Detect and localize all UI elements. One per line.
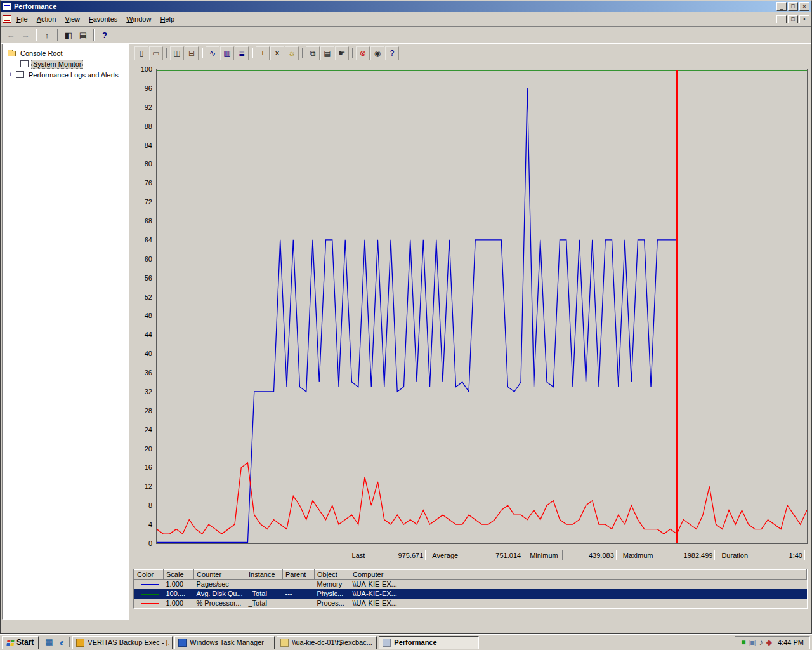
tree-item-console-root[interactable]: Console Root [4, 48, 127, 58]
y-axis-tick: 56 [134, 274, 152, 282]
y-axis-tick: 68 [134, 217, 152, 225]
taskbar-button-windows-task-manager[interactable]: Windows Task Manager [174, 636, 275, 649]
forward-icon[interactable]: → [18, 28, 32, 42]
sysmon-toolbar: ▯▭◫⊟∿▥≣+×☼⧉▤☛⊗◉? [133, 45, 808, 62]
menu-view[interactable]: View [60, 13, 84, 25]
legend-row[interactable]: 100....Avg. Disk Qu..._Total---Physic...… [134, 589, 807, 599]
clear-display-button[interactable]: ▭ [149, 46, 163, 60]
properties-icon: ☛ [339, 49, 346, 58]
legend-col-parent[interactable]: Parent [283, 570, 315, 580]
counter-color-swatch [141, 603, 159, 604]
view-graph-button[interactable]: ∿ [206, 46, 219, 60]
view-graph-icon: ∿ [209, 49, 216, 58]
legend-cell-computer: \\UA-KIE-EX... [350, 580, 426, 589]
delete-counter-button[interactable]: × [270, 46, 284, 60]
y-axis-tick: 92 [134, 103, 152, 111]
menu-window[interactable]: Window [122, 13, 155, 25]
taskbar-button-explorer-window[interactable]: \\ua-kie-dc-01\f$\excbac... [277, 636, 377, 649]
menubar: FileActionViewFavoritesWindowHelp _ □ × [1, 12, 811, 27]
tree-item-system-monitor[interactable]: System Monitor [4, 58, 127, 69]
minimize-button[interactable]: _ [776, 2, 787, 11]
antivirus-icon[interactable]: ◆ [766, 639, 772, 646]
view-histogram-button[interactable]: ▥ [220, 46, 234, 60]
view-current-activity-icon: ◫ [173, 49, 180, 58]
expand-plus-icon[interactable]: + [8, 72, 13, 77]
menu-help[interactable]: Help [155, 13, 179, 25]
legend-row[interactable]: 1.000% Processor..._Total---Proces...\\U… [134, 599, 807, 608]
menu-action[interactable]: Action [32, 13, 61, 25]
y-axis-tick: 72 [134, 198, 152, 206]
up-one-level-icon[interactable]: ↑ [40, 28, 54, 42]
view-current-activity-button[interactable]: ◫ [170, 46, 184, 60]
properties-button[interactable]: ☛ [335, 46, 349, 60]
taskbar-button-veritas-backup-exec[interactable]: VERITAS Backup Exec - [... [72, 636, 173, 649]
start-button[interactable]: Start [2, 636, 39, 649]
view-log-data-button[interactable]: ⊟ [185, 46, 199, 60]
tree-item-performance-logs[interactable]: + Performance Logs and Alerts [4, 69, 127, 80]
add-counter-button[interactable]: + [256, 46, 270, 60]
legend-cell-filler [426, 589, 807, 599]
copy-properties-button[interactable]: ⧉ [306, 46, 320, 60]
highlight-icon: ☼ [289, 49, 296, 58]
legend-col-object[interactable]: Object [315, 570, 350, 580]
freeze-display-icon: ⊗ [360, 49, 366, 58]
quick-launch: ▦e [41, 637, 70, 647]
legend-col-counter[interactable]: Counter [194, 570, 246, 580]
volume-icon[interactable]: ♪ [759, 639, 763, 646]
restore-button[interactable]: □ [788, 2, 798, 11]
help-button[interactable]: ? [385, 46, 399, 60]
legend-cell-color [134, 580, 164, 589]
toolbar-separator [36, 29, 37, 41]
counter-color-swatch [141, 594, 159, 595]
export-list-icon[interactable]: ▤ [76, 28, 90, 42]
update-data-button[interactable]: ◉ [370, 46, 384, 60]
paste-counter-list-button[interactable]: ▤ [320, 46, 334, 60]
legend-col-scale[interactable]: Scale [164, 570, 194, 580]
show-hide-tree-icon[interactable]: ◧ [62, 28, 75, 42]
taskbar-button-performance[interactable]: Performance [379, 636, 479, 649]
y-axis-tick: 80 [134, 160, 152, 168]
legend-cell-instance: --- [246, 580, 283, 589]
internet-explorer-icon[interactable]: e [56, 637, 67, 647]
legend-cell-parent: --- [283, 589, 315, 599]
y-axis-tick: 24 [134, 426, 152, 434]
chart-svg [157, 69, 807, 543]
child-restore-button[interactable]: □ [788, 15, 798, 23]
legend-cell-counter: Avg. Disk Qu... [194, 589, 246, 599]
performance-window: Performance _ □ × FileActionViewFavorite… [0, 0, 812, 634]
close-button[interactable]: × [799, 2, 809, 11]
taskbar: Start ▦e VERITAS Backup Exec - [...Windo… [0, 634, 812, 650]
backup-status-icon[interactable]: ■ [741, 639, 745, 646]
freeze-display-button[interactable]: ⊗ [356, 46, 370, 60]
menu-favorites[interactable]: Favorites [84, 13, 122, 25]
legend-cell-instance: _Total [246, 599, 283, 608]
counter-color-swatch [141, 584, 159, 585]
child-minimize-button[interactable]: _ [776, 15, 787, 23]
view-report-button[interactable]: ≣ [235, 46, 249, 60]
y-axis-tick: 76 [134, 179, 152, 187]
display-settings-icon[interactable]: ▣ [749, 639, 756, 646]
child-close-button[interactable]: × [799, 15, 809, 23]
legend-col-computer[interactable]: Computer [350, 570, 426, 580]
highlight-button[interactable]: ☼ [285, 46, 299, 60]
tree-item-label[interactable]: System Monitor [31, 60, 83, 69]
toolbar-separator [202, 48, 203, 58]
legend-cell-parent: --- [283, 580, 315, 589]
delete-counter-icon: × [275, 49, 279, 58]
y-axis-tick: 20 [134, 445, 152, 453]
tree-item-label[interactable]: Performance Logs and Alerts [27, 70, 121, 79]
back-icon[interactable]: ← [4, 28, 18, 42]
legend-cell-color [134, 589, 164, 599]
legend-col-color[interactable]: Color [134, 570, 164, 580]
new-counter-set-button[interactable]: ▯ [134, 46, 148, 60]
mmc-help-icon[interactable]: ? [98, 28, 112, 42]
show-desktop-icon[interactable]: ▦ [44, 637, 54, 647]
tree-item-label[interactable]: Console Root [18, 49, 65, 58]
duration-label: Duration [721, 552, 748, 559]
toolbar-separator [252, 48, 253, 58]
menu-file[interactable]: File [12, 13, 32, 25]
view-log-data-icon: ⊟ [188, 49, 195, 58]
legend-row[interactable]: 1.000Pages/sec------Memory\\UA-KIE-EX... [134, 580, 807, 589]
maximum-value: 1982.499 [657, 550, 715, 560]
legend-col-instance[interactable]: Instance [246, 570, 283, 580]
